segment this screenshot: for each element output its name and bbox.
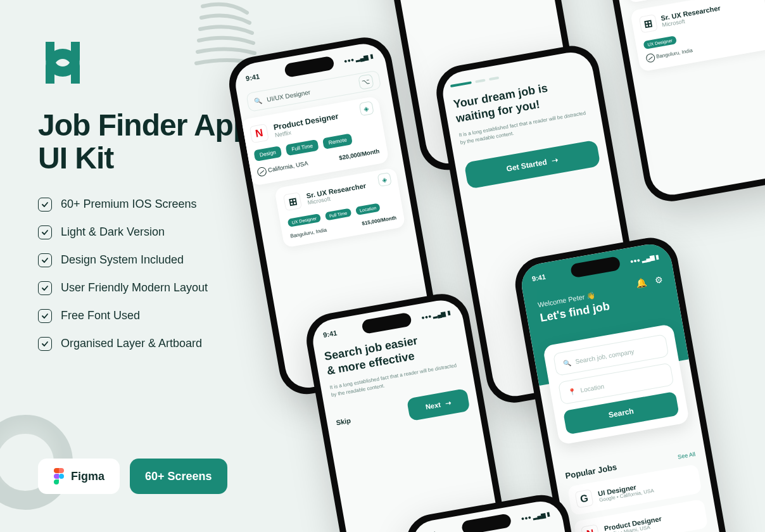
see-all-link[interactable]: See All [677,451,695,460]
search-value: UI/UX Designer [266,88,310,103]
job-salary: $20,000/Month [339,148,380,161]
arrow-right-icon: ➝ [445,398,452,407]
feature-item: Design System Included [38,253,266,267]
progress-dot [489,77,499,81]
netflix-logo: N [250,124,269,143]
check-icon [38,225,52,239]
status-time: 9:41 [245,72,260,82]
search-icon: 🔍 [254,97,263,105]
job-loc: Banguluru, India [290,227,327,239]
tag: Full Time [286,139,319,156]
slash-icon [645,53,655,63]
svg-point-1 [59,474,64,479]
screens-badge-label: 60+ Screens [145,470,212,483]
result-card[interactable]: ⊞ Sr. UX Researcher Microsoft UX Designe… [630,0,765,72]
tag: UX Designer [643,35,676,49]
feature-text: Free Font Used [61,309,140,322]
brand-logo [38,38,87,87]
filter-icon[interactable]: ⌥ [358,73,374,89]
location-icon: 📍 [567,388,576,396]
progress-dot [450,81,472,87]
search-button-label: Search [608,407,635,420]
job-card[interactable]: ◈ ⊞ Sr. UX Researcher Microsoft UX Desig… [274,167,406,248]
status-time: 9:41 [531,273,547,283]
slash-icon [256,167,267,177]
microsoft-logo: ⊞ [283,192,302,211]
next-label: Next [425,401,441,411]
feature-text: Design System Included [61,253,184,267]
check-icon [38,198,52,212]
status-time: 9:41 [322,329,338,339]
feature-text: Light & Dark Version [61,225,165,239]
check-icon [38,253,52,267]
next-button[interactable]: Next ➝ [407,388,471,421]
get-started-button[interactable]: Get Started ➝ [464,139,601,189]
popular-title: Popular Jobs [564,462,617,481]
feature-text: Organised Layer & Artboard [61,337,202,350]
job-loc: California, USA [267,160,308,174]
microsoft-logo: ⊞ [639,14,658,33]
check-icon [38,337,52,351]
feature-text: 60+ Premium IOS Screens [61,198,197,211]
status-icons: ●●● ▂▄▆ ▮ [420,310,451,321]
figma-badge: Figma [38,459,120,494]
tag: Location [355,203,381,215]
tag: UX Designer [288,213,321,227]
bookmark-icon[interactable]: ◈ [359,101,374,116]
search-placeholder: Search job, company [575,348,635,365]
netflix-logo: N [581,524,600,532]
phone-home: 9:41●●● ▂▄▆ ▮ 🔔 ⚙ Welcome Peter 👋 Let's … [511,234,735,532]
get-started-label: Get Started [506,158,548,174]
tag: Design [253,146,282,162]
google-logo: G [574,489,593,508]
location-placeholder: Location [580,383,605,393]
check-icon [38,309,52,323]
skip-button[interactable]: Skip [336,417,351,427]
status-icons: ●●● ▂▄▆ ▮ [521,510,551,522]
result-loc: Banguluru, India [655,48,693,60]
screens-badge: 60+ Screens [130,459,227,494]
status-icons: ●●● ▂▄▆ ▮ [629,253,660,265]
search-icon: 🔍 [562,358,571,367]
feature-item: User Friendly Modern Layout [38,281,266,295]
check-icon [38,281,52,295]
feature-item: Organised Layer & Artboard [38,337,266,351]
figma-badge-label: Figma [71,470,104,483]
job-salary: $15,000/Month [362,215,397,226]
tag: Remote [322,133,353,149]
status-icons: ●●● ▂▄▆ ▮ [343,53,374,65]
figma-icon [53,468,65,484]
progress-dot [475,79,485,83]
feature-item: Free Font Used [38,309,266,323]
bookmark-icon[interactable]: ◈ [377,172,392,187]
tag: Full Time [325,208,351,221]
feature-text: User Friendly Modern Layout [61,281,208,294]
arrow-right-icon: ➝ [551,156,559,166]
